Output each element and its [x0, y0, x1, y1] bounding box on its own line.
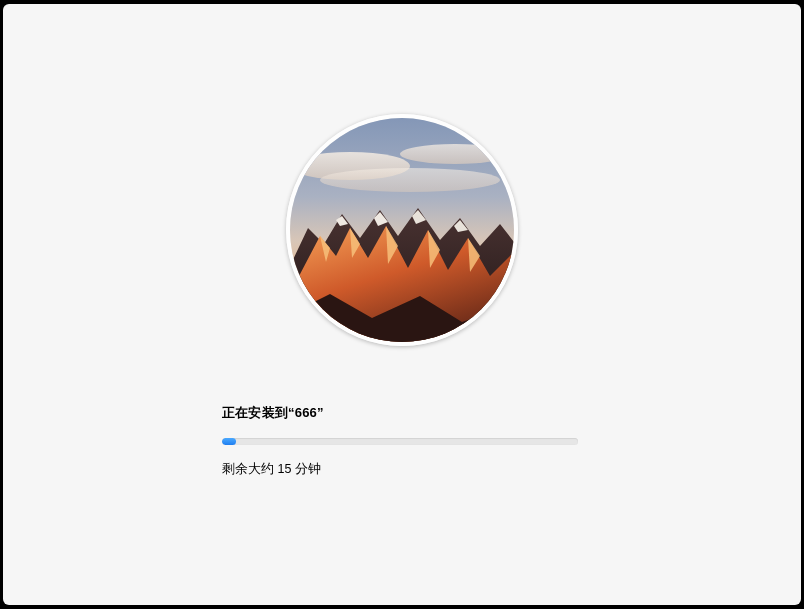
install-progress-bar	[222, 438, 578, 445]
installer-window: 正在安装到“666” 剩余大约 15 分钟	[3, 4, 801, 605]
time-remaining-text: 剩余大约 15 分钟	[222, 461, 582, 478]
svg-point-2	[400, 144, 510, 164]
install-status-text: 正在安装到“666”	[222, 404, 582, 422]
svg-point-3	[320, 168, 500, 192]
installer-content: 正在安装到“666” 剩余大约 15 分钟	[222, 404, 582, 478]
install-progress-fill	[222, 438, 236, 445]
sierra-hero-image	[286, 114, 518, 346]
sierra-mountain-icon	[290, 118, 514, 342]
